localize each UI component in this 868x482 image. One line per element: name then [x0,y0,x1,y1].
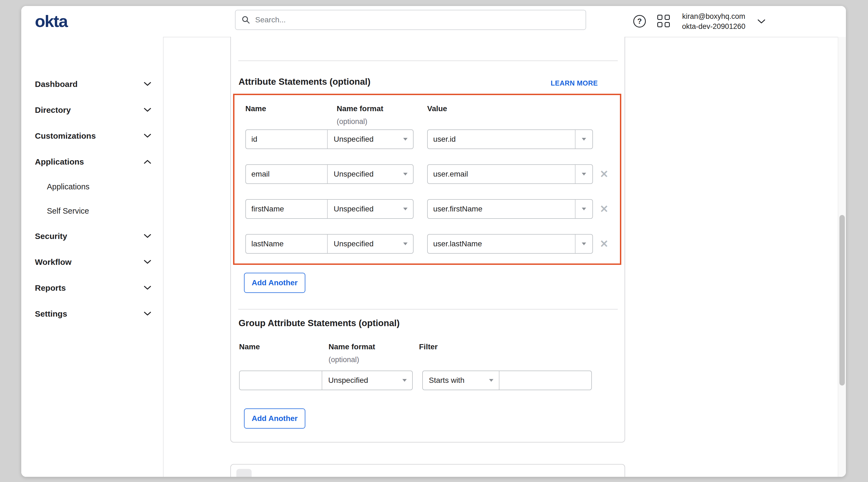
column-header-value: Value [427,104,447,113]
grid-square [657,22,662,27]
sidebar-item-workflow[interactable]: Workflow [21,249,163,275]
saml-settings-panel: Attribute Statements (optional) LEARN MO… [230,37,625,443]
user-email: kiran@boxyhq.com [677,11,751,22]
name-format-value: Unspecified [328,376,368,385]
attribute-value-field [428,234,575,253]
chevron-down-icon [144,260,151,264]
section-icon-placeholder [236,469,252,477]
name-and-format-field: Unspecified [245,164,413,184]
add-another-attribute-button[interactable]: Add Another [244,273,305,293]
column-header-name: Name [239,343,260,351]
attribute-value-input[interactable] [428,239,575,248]
sidebar-item-label: Reports [35,283,66,293]
add-another-group-attribute-button[interactable]: Add Another [244,409,305,428]
value-dropdown-button[interactable] [575,200,592,218]
section-divider [238,61,618,61]
chevron-down-icon [144,134,151,138]
attribute-statements-title: Attribute Statements (optional) [239,76,370,87]
scrollbar-thumb[interactable] [839,215,845,386]
attribute-rows: Unspecified ✕ Unspecified [235,129,620,254]
attribute-name-input[interactable] [246,205,327,213]
attribute-name-field [246,130,328,149]
attribute-value-input[interactable] [428,135,575,143]
filter-value-input[interactable] [499,376,591,385]
app-window: okta ? kiran@boxyhq.com okta-dev-2090126… [21,6,846,477]
name-format-value: Unspecified [334,239,373,248]
top-header: okta ? kiran@boxyhq.com okta-dev-2090126… [21,6,846,37]
name-format-value: Unspecified [334,135,373,143]
chevron-down-icon [144,286,151,290]
attribute-statement-row: Unspecified ✕ [245,199,620,219]
filter-type-select[interactable]: Starts with [423,371,499,390]
attribute-value-combobox [427,234,593,254]
attribute-name-input[interactable] [246,239,327,248]
chevron-up-icon [144,160,151,164]
chevron-down-icon [144,108,151,112]
column-note-optional: (optional) [337,118,368,126]
attribute-statements-highlight-box: Name Name format (optional) Value Unspec… [233,94,621,265]
sidebar-subitem-self-service[interactable]: Self Service [21,199,163,223]
attribute-name-input[interactable] [246,170,327,179]
attribute-name-field [246,234,328,253]
attribute-name-field [246,200,328,218]
attribute-statement-row: Unspecified ✕ [245,234,620,254]
grid-square [664,22,670,27]
name-and-format-field: Unspecified [239,371,413,390]
remove-row-button[interactable]: ✕ [598,202,610,216]
name-format-select[interactable]: Unspecified [328,200,413,218]
name-format-value: Unspecified [334,205,373,213]
scrollbar-track[interactable] [838,37,846,477]
sidebar-item-label: Directory [35,105,71,115]
chevron-down-icon [489,379,493,382]
name-format-select[interactable]: Unspecified [328,130,413,149]
attribute-name-input[interactable] [246,135,327,143]
name-format-select[interactable]: Unspecified [322,371,412,390]
chevron-down-icon [402,379,407,382]
column-note-optional: (optional) [329,356,359,364]
attribute-value-combobox [427,199,593,219]
sidebar-item-dashboard[interactable]: Dashboard [21,71,163,97]
global-search [235,10,586,30]
group-name-field [240,371,322,390]
chevron-down-icon [144,82,151,86]
help-icon[interactable]: ? [633,15,646,28]
learn-more-link[interactable]: LEARN MORE [551,79,598,87]
chevron-down-icon [582,173,586,175]
sidebar-item-label: Applications [35,157,84,166]
search-input[interactable] [255,15,578,25]
value-dropdown-button[interactable] [575,165,592,183]
remove-row-button[interactable]: ✕ [598,167,610,181]
sidebar-item-customizations[interactable]: Customizations [21,123,163,149]
name-format-select[interactable]: Unspecified [328,234,413,253]
sidebar-item-applications[interactable]: Applications [21,149,163,175]
sidebar-item-label: Settings [35,309,67,319]
group-attribute-statements-title: Group Attribute Statements (optional) [239,318,400,328]
sidebar-item-directory[interactable]: Directory [21,97,163,123]
attribute-value-field [428,165,575,183]
sidebar-nav: Dashboard Directory Customizations Appli… [21,37,163,477]
user-menu[interactable]: kiran@boxyhq.com okta-dev-20901260 [677,11,751,32]
attribute-value-input[interactable] [428,205,575,213]
group-filter-field: Starts with [422,371,592,390]
attribute-columns-header: Name Name format (optional) Value [235,104,620,129]
name-and-format-field: Unspecified [245,199,413,219]
sidebar-item-security[interactable]: Security [21,223,163,249]
search-icon [242,15,250,24]
attribute-value-combobox [427,129,593,149]
filter-type-value: Starts with [429,376,465,385]
attribute-name-field [246,165,328,183]
column-header-format: Name format [337,104,383,113]
name-format-select[interactable]: Unspecified [328,165,413,183]
chevron-down-icon [144,312,151,316]
remove-row-button[interactable]: ✕ [598,237,610,251]
apps-grid-icon[interactable] [657,15,670,28]
sidebar-subitem-applications[interactable]: Applications [21,175,163,199]
attribute-value-field [428,200,575,218]
sidebar-item-settings[interactable]: Settings [21,301,163,327]
attribute-value-input[interactable] [428,170,575,179]
group-name-input[interactable] [240,376,322,385]
chevron-down-icon[interactable] [757,19,766,24]
value-dropdown-button[interactable] [575,234,592,253]
sidebar-item-reports[interactable]: Reports [21,275,163,301]
value-dropdown-button[interactable] [575,130,592,149]
